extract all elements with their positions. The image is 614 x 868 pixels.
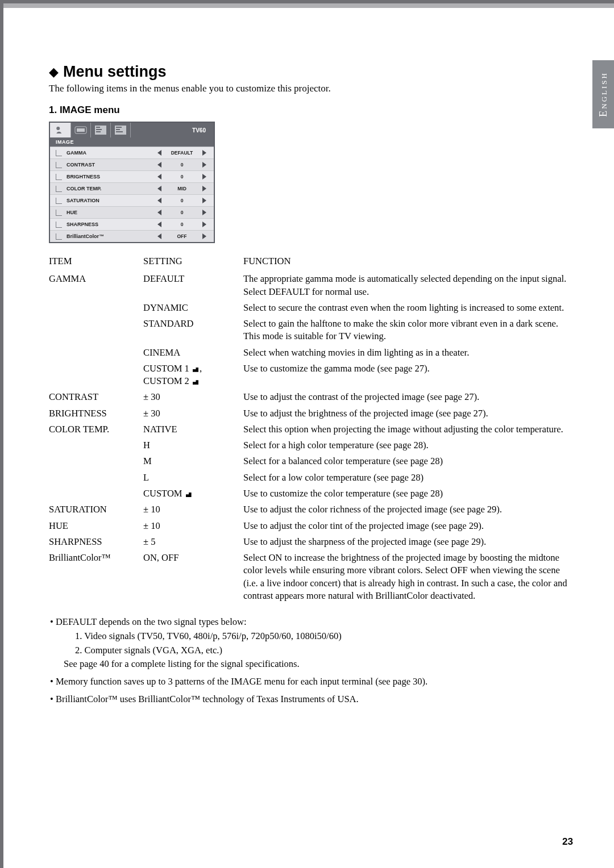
function-cell: Use to adjust the contrast of the projec…: [243, 389, 574, 405]
setting-cell: H: [143, 437, 240, 453]
arrow-left-icon[interactable]: [157, 222, 161, 227]
item-cell: GAMMA: [49, 271, 140, 300]
osd-value-stepper[interactable]: 0: [154, 162, 210, 168]
col-function: FUNCTION: [243, 253, 574, 271]
arrow-left-icon[interactable]: [157, 186, 161, 191]
osd-row-label: SHARPNESS: [67, 222, 154, 227]
item-cell: [49, 453, 140, 469]
arrow-left-icon[interactable]: [157, 162, 161, 168]
arrow-right-icon[interactable]: [202, 233, 206, 239]
setting-cell: CUSTOM 1 ,CUSTOM 2: [143, 361, 240, 390]
osd-value-stepper[interactable]: 0: [154, 210, 210, 215]
osd-row[interactable]: HUE0: [50, 206, 214, 218]
osd-row[interactable]: COLOR TEMP.MID: [50, 182, 214, 194]
item-cell: COLOR TEMP.: [49, 422, 140, 437]
setting-cell: STANDARD: [143, 316, 240, 345]
bullet-1a: 1. Video signals (TV50, TV60, 480i/p, 57…: [75, 629, 574, 644]
function-cell: Select for a low color temperature (see …: [243, 470, 574, 486]
arrow-right-icon[interactable]: [202, 162, 206, 168]
tab2-icon: [74, 126, 87, 134]
arrow-left-icon[interactable]: [157, 150, 161, 156]
osd-signal-label: TV60: [184, 123, 214, 137]
arrow-right-icon[interactable]: [202, 174, 206, 180]
language-label: English: [598, 72, 609, 117]
arrow-right-icon[interactable]: [202, 198, 206, 203]
page-number: 23: [562, 836, 573, 848]
osd-value-stepper[interactable]: DEFAULT: [154, 150, 210, 156]
function-cell: Select ON to increase the brightness of …: [243, 550, 574, 604]
item-cell: [49, 300, 140, 316]
setting-cell: ± 5: [143, 534, 240, 550]
osd-row-value: MID: [169, 186, 194, 191]
osd-row[interactable]: SHARPNESS0: [50, 218, 214, 230]
osd-tab-2[interactable]: [71, 123, 91, 137]
item-cell: SHARPNESS: [49, 534, 140, 550]
item-cell: [49, 316, 140, 345]
function-cell: Select to gain the halftone to make the …: [243, 316, 574, 345]
row-marker-icon: [56, 174, 62, 180]
osd-row-value: 0: [169, 174, 194, 180]
setting-cell: DEFAULT: [143, 271, 240, 300]
osd-row[interactable]: CONTRAST0: [50, 158, 214, 170]
setting-cell: CUSTOM: [143, 486, 240, 502]
osd-row[interactable]: BrilliantColor™OFF: [50, 230, 214, 242]
row-marker-icon: [56, 150, 62, 156]
function-cell: Use to adjust the brightness of the proj…: [243, 406, 574, 422]
footnotes: • DEFAULT depends on the two signal type…: [49, 615, 574, 707]
setting-cell: L: [143, 470, 240, 486]
osd-value-stepper[interactable]: OFF: [154, 233, 210, 239]
setting-cell: ± 10: [143, 518, 240, 534]
osd-value-stepper[interactable]: 0: [154, 198, 210, 203]
arrow-left-icon[interactable]: [157, 198, 161, 203]
bullet-1b: 2. Computer signals (VGA, XGA, etc.): [75, 644, 574, 658]
col-item: ITEM: [49, 253, 140, 271]
row-marker-icon: [56, 198, 62, 204]
osd-tab-bar: TV60: [50, 123, 214, 137]
osd-tab-3[interactable]: [91, 123, 111, 137]
arrow-left-icon[interactable]: [157, 174, 161, 180]
function-cell: Select when watching movies in dim light…: [243, 345, 574, 361]
svg-rect-8: [116, 127, 122, 128]
function-cell: Use to customize the color temperature (…: [243, 486, 574, 502]
enter-icon: [186, 493, 192, 497]
svg-rect-10: [116, 131, 123, 132]
item-cell: BRIGHTNESS: [49, 406, 140, 422]
osd-tab-image[interactable]: [50, 123, 71, 137]
page-title: Menu settings: [63, 63, 167, 81]
enter-icon: [193, 380, 198, 385]
osd-row-label: BRIGHTNESS: [67, 174, 154, 180]
setting-text: CUSTOM 1: [143, 363, 192, 374]
svg-rect-2: [77, 128, 85, 132]
osd-section-title: IMAGE: [50, 137, 214, 147]
osd-value-stepper[interactable]: MID: [154, 186, 210, 191]
osd-row[interactable]: BRIGHTNESS0: [50, 170, 214, 182]
arrow-right-icon[interactable]: [202, 150, 206, 156]
arrow-right-icon[interactable]: [202, 222, 206, 227]
osd-row[interactable]: SATURATION0: [50, 194, 214, 206]
arrow-left-icon[interactable]: [157, 210, 161, 215]
function-cell: Select this option when projecting the i…: [243, 422, 574, 437]
setting-cell: CINEMA: [143, 345, 240, 361]
row-marker-icon: [56, 186, 62, 192]
function-cell: Use to adjust the sharpness of the proje…: [243, 534, 574, 550]
arrow-right-icon[interactable]: [202, 186, 206, 191]
function-cell: Select for a balanced color temperature …: [243, 453, 574, 469]
svg-rect-4: [96, 127, 100, 128]
arrow-right-icon[interactable]: [202, 210, 206, 215]
osd-tab-4[interactable]: [111, 123, 131, 137]
osd-value-stepper[interactable]: 0: [154, 222, 210, 227]
osd-value-stepper[interactable]: 0: [154, 174, 210, 180]
osd-row-label: CONTRAST: [67, 162, 154, 168]
osd-row-label: COLOR TEMP.: [67, 186, 154, 191]
setting-text: CUSTOM: [143, 488, 185, 499]
osd-row-label: SATURATION: [67, 198, 154, 203]
function-cell: Use to adjust the color tint of the proj…: [243, 518, 574, 534]
tab3-icon: [95, 126, 106, 135]
page-top-accent: [3, 3, 614, 8]
function-cell: Select for a high color temperature (see…: [243, 437, 574, 453]
arrow-left-icon[interactable]: [157, 233, 161, 239]
row-marker-icon: [56, 222, 62, 228]
function-cell: The appropriate gamma mode is automatica…: [243, 271, 574, 300]
bullet-3: • BrilliantColor™ uses BrilliantColor™ t…: [50, 692, 574, 707]
osd-row[interactable]: GAMMADEFAULT: [50, 147, 214, 158]
